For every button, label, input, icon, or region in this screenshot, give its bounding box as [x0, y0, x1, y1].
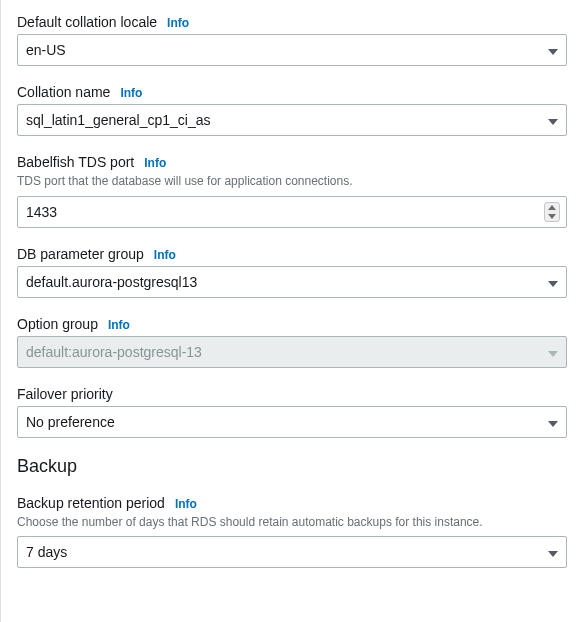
field-collation-name: Collation name Info sql_latin1_general_c… [17, 84, 567, 136]
field-option-group: Option group Info default:aurora-postgre… [17, 316, 567, 368]
field-parameter-group: DB parameter group Info default.aurora-p… [17, 246, 567, 298]
field-collation-locale: Default collation locale Info en-US [17, 14, 567, 66]
collation-locale-select[interactable]: en-US [17, 34, 567, 66]
number-stepper[interactable] [544, 202, 560, 222]
failover-priority-label: Failover priority [17, 386, 113, 402]
backup-retention-label: Backup retention period [17, 495, 165, 511]
collation-locale-label: Default collation locale [17, 14, 157, 30]
label-row: Default collation locale Info [17, 14, 567, 30]
tds-port-label: Babelfish TDS port [17, 154, 134, 170]
label-row: Backup retention period Info [17, 495, 567, 511]
stepper-down-icon [548, 214, 556, 219]
collation-locale-info-link[interactable]: Info [167, 16, 189, 30]
tds-port-info-link[interactable]: Info [144, 156, 166, 170]
failover-priority-value: No preference [26, 414, 115, 430]
option-group-label: Option group [17, 316, 98, 332]
parameter-group-info-link[interactable]: Info [154, 248, 176, 262]
backup-retention-value: 7 days [26, 544, 67, 560]
collation-locale-value: en-US [26, 42, 66, 58]
field-backup-retention: Backup retention period Info Choose the … [17, 495, 567, 569]
stepper-up-icon [548, 205, 556, 210]
caret-down-icon [548, 344, 558, 360]
label-row: Option group Info [17, 316, 567, 332]
option-group-select: default:aurora-postgresql-13 [17, 336, 567, 368]
tds-port-input-wrap [17, 196, 567, 228]
caret-down-icon [548, 544, 558, 560]
label-row: Collation name Info [17, 84, 567, 100]
tds-port-desc: TDS port that the database will use for … [17, 174, 567, 190]
parameter-group-label: DB parameter group [17, 246, 144, 262]
backup-heading: Backup [17, 456, 567, 477]
option-group-info-link[interactable]: Info [108, 318, 130, 332]
backup-retention-select[interactable]: 7 days [17, 536, 567, 568]
caret-down-icon [548, 274, 558, 290]
failover-priority-select[interactable]: No preference [17, 406, 567, 438]
backup-retention-info-link[interactable]: Info [175, 497, 197, 511]
label-row: Failover priority [17, 386, 567, 402]
tds-port-input[interactable] [26, 204, 536, 220]
parameter-group-select[interactable]: default.aurora-postgresql13 [17, 266, 567, 298]
parameter-group-value: default.aurora-postgresql13 [26, 274, 197, 290]
option-group-value: default:aurora-postgresql-13 [26, 344, 202, 360]
collation-name-info-link[interactable]: Info [120, 86, 142, 100]
caret-down-icon [548, 414, 558, 430]
collation-name-label: Collation name [17, 84, 110, 100]
label-row: DB parameter group Info [17, 246, 567, 262]
collation-name-value: sql_latin1_general_cp1_ci_as [26, 112, 210, 128]
label-row: Babelfish TDS port Info [17, 154, 567, 170]
field-tds-port: Babelfish TDS port Info TDS port that th… [17, 154, 567, 228]
field-failover-priority: Failover priority No preference [17, 386, 567, 438]
backup-retention-desc: Choose the number of days that RDS shoul… [17, 515, 567, 531]
caret-down-icon [548, 112, 558, 128]
caret-down-icon [548, 42, 558, 58]
collation-name-select[interactable]: sql_latin1_general_cp1_ci_as [17, 104, 567, 136]
